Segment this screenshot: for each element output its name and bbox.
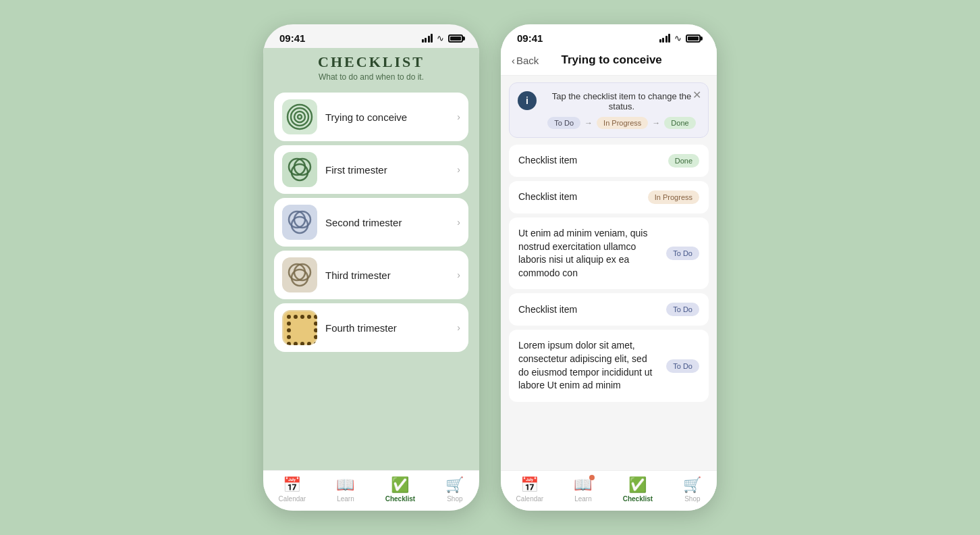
nav-shop[interactable]: 🛒 Shop bbox=[445, 476, 464, 503]
info-icon: i bbox=[518, 91, 537, 110]
svg-point-2 bbox=[294, 111, 305, 122]
nav-calendar-2[interactable]: 📅 Calendar bbox=[516, 476, 544, 503]
nav-shop-label: Shop bbox=[447, 495, 462, 503]
third-trimester-icon bbox=[282, 257, 317, 292]
item-status-badge: To Do bbox=[666, 247, 699, 260]
svg-point-6 bbox=[292, 164, 308, 180]
nav-calendar-label-2: Calendar bbox=[516, 495, 544, 503]
fourth-label: Fourth trimester bbox=[325, 322, 449, 334]
todo-badge: To Do bbox=[547, 117, 580, 129]
bottom-nav-1: 📅 Calendar 📖 Learn ✅ Checklist 🛒 Shop bbox=[263, 470, 479, 511]
checklist-item[interactable]: Checklist item Done bbox=[509, 145, 709, 177]
battery-icon-2 bbox=[686, 34, 701, 43]
list-item[interactable]: Fourth trimester › bbox=[274, 303, 468, 352]
second-label: Second trimester bbox=[325, 217, 449, 228]
nav-checklist[interactable]: ✅ Checklist bbox=[385, 476, 415, 503]
checklist-item[interactable]: Ut enim ad minim veniam, quis nostrud ex… bbox=[509, 218, 709, 289]
nav-shop-2[interactable]: 🛒 Shop bbox=[683, 476, 701, 503]
checklist-icon-2: ✅ bbox=[628, 476, 647, 494]
app-header: CHECKLIST What to do and when to do it. bbox=[263, 48, 479, 93]
checklist-item[interactable]: Checklist item To Do bbox=[509, 293, 709, 326]
phone2-body: ‹ Back Trying to conceive i Tap the chec… bbox=[501, 48, 717, 511]
checklist-icon: ✅ bbox=[391, 476, 409, 494]
arrow-icon-1: → bbox=[584, 118, 593, 128]
item-status-badge: Done bbox=[668, 154, 699, 168]
calendar-icon-2: 📅 bbox=[520, 476, 539, 494]
phone-checklist-main: 09:41 ∿ CHECKLIST What to do and when to… bbox=[263, 24, 479, 511]
item-status-badge: To Do bbox=[666, 303, 699, 316]
status-time-1: 09:41 bbox=[279, 32, 305, 44]
wifi-icon-2: ∿ bbox=[674, 33, 682, 43]
first-trimester-icon bbox=[282, 152, 317, 187]
tooltip-text: Tap the checklist item to change the sta… bbox=[543, 91, 700, 111]
chevron-icon: › bbox=[457, 164, 460, 175]
status-bar-2: 09:41 ∿ bbox=[501, 24, 717, 48]
nav-learn-label: Learn bbox=[337, 495, 354, 503]
tooltip-content: Tap the checklist item to change the sta… bbox=[543, 91, 700, 129]
status-icons-2: ∿ bbox=[659, 33, 701, 43]
second-trimester-icon bbox=[282, 205, 317, 240]
back-button[interactable]: ‹ Back bbox=[512, 55, 539, 66]
signal-icon-1 bbox=[422, 34, 433, 43]
done-badge: Done bbox=[664, 117, 695, 129]
tooltip-banner: i Tap the checklist item to change the s… bbox=[509, 82, 709, 138]
status-bar-1: 09:41 ∿ bbox=[263, 24, 479, 48]
third-label: Third trimester bbox=[325, 270, 449, 281]
svg-point-9 bbox=[292, 217, 308, 233]
shop-icon: 🛒 bbox=[445, 476, 464, 494]
wifi-icon-1: ∿ bbox=[437, 33, 444, 43]
shop-icon-2: 🛒 bbox=[683, 476, 701, 494]
item-text: Ut enim ad minim veniam, quis nostrud ex… bbox=[518, 227, 659, 280]
item-status-badge: To Do bbox=[666, 359, 699, 373]
item-text: Checklist item bbox=[518, 154, 661, 168]
ttc-icon bbox=[282, 99, 317, 134]
chevron-icon: › bbox=[457, 322, 460, 333]
list-item[interactable]: Third trimester › bbox=[274, 251, 468, 299]
nav-shop-label-2: Shop bbox=[684, 495, 700, 503]
item-text: Checklist item bbox=[518, 303, 659, 317]
chevron-icon: › bbox=[457, 270, 460, 280]
signal-icon-2 bbox=[659, 34, 671, 43]
status-icons-1: ∿ bbox=[422, 33, 464, 43]
learn-icon-2: 📖 bbox=[574, 476, 592, 494]
tooltip-status-row: To Do → In Progress → Done bbox=[543, 117, 700, 129]
list-item[interactable]: Second trimester › bbox=[274, 198, 468, 247]
nav-calendar-label: Calendar bbox=[279, 495, 306, 503]
item-text: Lorem ipsum dolor sit amet, consectetur … bbox=[518, 339, 659, 392]
first-label: First trimester bbox=[325, 164, 449, 176]
learn-icon: 📖 bbox=[336, 476, 354, 494]
fourth-trimester-icon bbox=[282, 310, 317, 345]
nav-calendar[interactable]: 📅 Calendar bbox=[279, 476, 306, 503]
checklist-item[interactable]: Checklist item In Progress bbox=[509, 181, 709, 213]
inprogress-badge: In Progress bbox=[597, 117, 648, 129]
list-item[interactable]: First trimester › bbox=[274, 145, 468, 194]
ttc-label: Trying to conceive bbox=[325, 111, 449, 123]
list-item[interactable]: Trying to conceive › bbox=[274, 93, 468, 141]
nav-learn-2[interactable]: 📖 Learn bbox=[574, 476, 592, 503]
calendar-icon: 📅 bbox=[283, 476, 301, 494]
checklist-item[interactable]: Lorem ipsum dolor sit amet, consectetur … bbox=[509, 330, 709, 401]
nav-checklist-label: Checklist bbox=[385, 495, 415, 503]
item-status-badge: In Progress bbox=[648, 190, 699, 204]
phone1-body: CHECKLIST What to do and when to do it. … bbox=[263, 48, 479, 511]
svg-point-3 bbox=[298, 115, 302, 119]
detail-page-title: Trying to conceive bbox=[544, 53, 679, 67]
arrow-icon-2: → bbox=[652, 118, 660, 128]
nav-learn[interactable]: 📖 Learn bbox=[336, 476, 354, 503]
app-subtitle: What to do and when to do it. bbox=[274, 72, 468, 82]
chevron-icon: › bbox=[457, 111, 460, 122]
nav-checklist-label-2: Checklist bbox=[623, 495, 653, 503]
detail-header: ‹ Back Trying to conceive bbox=[501, 48, 717, 76]
item-text: Checklist item bbox=[518, 190, 641, 204]
app-title: CHECKLIST bbox=[274, 53, 468, 71]
nav-checklist-2[interactable]: ✅ Checklist bbox=[623, 476, 653, 503]
checklist-list: Trying to conceive › First trimester › bbox=[263, 93, 479, 470]
status-time-2: 09:41 bbox=[517, 32, 543, 44]
bottom-nav-2: 📅 Calendar 📖 Learn ✅ Checklist 🛒 Shop bbox=[501, 470, 717, 511]
svg-point-12 bbox=[292, 270, 308, 286]
detail-checklist: Checklist item Done Checklist item In Pr… bbox=[501, 145, 717, 470]
back-label: Back bbox=[516, 55, 539, 66]
back-chevron-icon: ‹ bbox=[512, 55, 515, 66]
close-icon[interactable]: ✕ bbox=[692, 88, 701, 101]
phone-checklist-detail: 09:41 ∿ ‹ Back Trying to conceive bbox=[501, 24, 717, 511]
